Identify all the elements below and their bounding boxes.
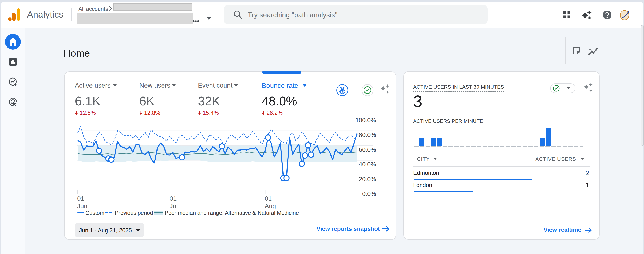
svg-text:40.0%: 40.0% bbox=[359, 161, 376, 168]
svg-text:60.0%: 60.0% bbox=[359, 146, 376, 153]
svg-text:0.0%: 0.0% bbox=[362, 191, 376, 197]
svg-text:Jul: Jul bbox=[170, 203, 178, 210]
svg-text:Jun: Jun bbox=[77, 203, 87, 210]
svg-text:01: 01 bbox=[265, 195, 272, 202]
svg-text:100.0%: 100.0% bbox=[356, 117, 376, 124]
svg-text:Aug: Aug bbox=[265, 203, 276, 210]
svg-text:80.0%: 80.0% bbox=[359, 132, 376, 138]
svg-text:20.0%: 20.0% bbox=[359, 176, 376, 182]
svg-text:01: 01 bbox=[77, 195, 84, 202]
svg-text:01: 01 bbox=[170, 195, 176, 202]
